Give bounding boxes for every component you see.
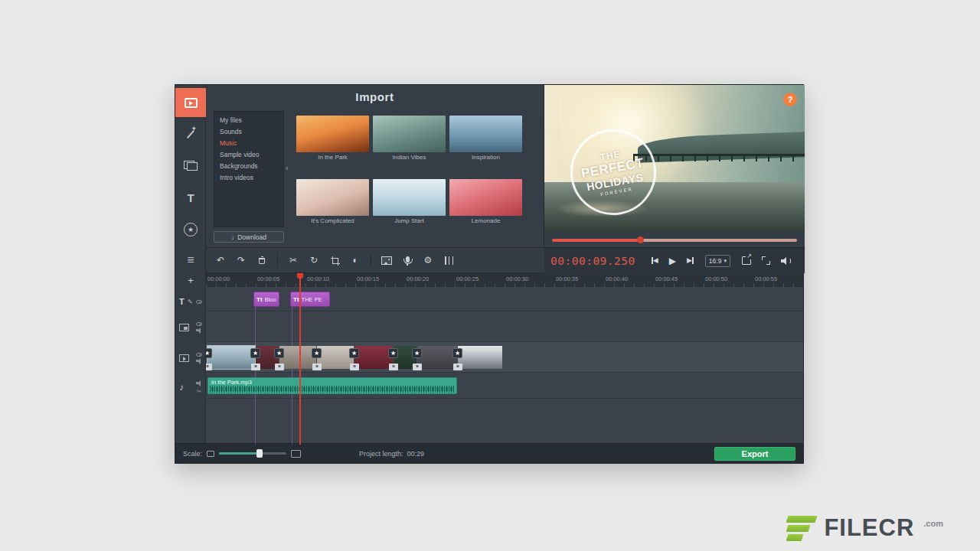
import-tab-button[interactable] [175, 88, 206, 117]
transition-arrows-icon[interactable]: » [350, 364, 359, 370]
track-list-button[interactable]: ≡ [175, 249, 206, 272]
next-frame-button[interactable]: ▶ [687, 257, 694, 264]
redo-button[interactable]: ↷ [236, 255, 247, 266]
transition-star-icon[interactable]: ★ [312, 348, 322, 358]
import-category-item[interactable]: Sounds [214, 126, 283, 137]
help-button[interactable]: ? [783, 93, 797, 106]
watermark-suffix: .com [923, 519, 943, 528]
import-category-item[interactable]: Music [214, 137, 283, 148]
media-item[interactable]: In the Park [296, 116, 369, 161]
clip-properties-button[interactable] [443, 256, 454, 265]
video-track-header[interactable] [175, 347, 206, 370]
split-button[interactable]: ✂ [288, 255, 299, 266]
edit-pencil-icon[interactable]: ✎ [188, 298, 193, 305]
import-category-item[interactable]: Intro videos [214, 171, 283, 183]
delete-button[interactable] [256, 256, 267, 264]
title-clip[interactable]: Tt THE PE [290, 292, 330, 307]
stickers-tab-button[interactable]: ★ [175, 215, 206, 244]
crop-button[interactable] [329, 256, 340, 265]
import-category-item[interactable]: Sample video [214, 148, 283, 160]
video-track[interactable]: ★ » ★ » ★ » ★ » ★ » ★ [206, 342, 803, 373]
video-clip[interactable]: ★ » [458, 346, 502, 369]
transition-arrows-icon[interactable]: » [275, 364, 284, 370]
import-category-item[interactable]: Backgrounds [214, 160, 283, 171]
media-thumbnail[interactable] [449, 179, 522, 216]
title-clip-icon: Tt [293, 296, 299, 303]
transition-arrows-icon[interactable]: » [413, 364, 422, 370]
fullscreen-button[interactable] [762, 256, 770, 265]
download-button[interactable]: ↓ Download [214, 231, 284, 243]
titles-tab-button[interactable]: T [175, 183, 206, 212]
transition-star-icon[interactable]: ★ [412, 348, 422, 358]
video-clip[interactable]: ★ » [279, 346, 316, 369]
media-thumbnail[interactable] [296, 179, 369, 216]
trash-icon [259, 258, 265, 264]
import-category-item[interactable]: My files [214, 114, 283, 126]
transition-arrows-icon[interactable]: » [206, 364, 212, 370]
transition-star-icon[interactable]: ★ [250, 348, 260, 358]
playhead[interactable] [299, 273, 301, 445]
transition-star-icon[interactable]: ★ [452, 348, 462, 358]
zoom-out-frame-icon[interactable] [207, 451, 214, 457]
transition-arrows-icon[interactable]: » [453, 364, 462, 370]
track-visibility-icon[interactable] [196, 322, 202, 326]
media-thumbnail[interactable] [296, 116, 369, 152]
export-button[interactable]: Export [714, 447, 795, 461]
media-item[interactable]: Indian Vibes [373, 116, 446, 161]
track-visibility-icon[interactable] [196, 353, 202, 357]
unlink-scissors-icon[interactable]: ✂ [197, 388, 202, 395]
video-clip[interactable]: ★ » [317, 346, 354, 369]
transitions-tab-button[interactable] [175, 151, 206, 180]
track-visibility-icon[interactable] [196, 300, 202, 304]
filters-tab-button[interactable]: ✦ [175, 119, 206, 148]
rotate-button[interactable]: ↻ [309, 255, 319, 266]
music-note-icon: ♪ [179, 382, 184, 393]
media-item[interactable]: It's Complicated [296, 179, 369, 224]
audio-track-header[interactable]: ♪ ✂ [175, 377, 206, 397]
media-item[interactable]: Lemonade [449, 179, 522, 224]
video-clip[interactable]: ★ » [417, 346, 457, 369]
volume-button[interactable] [781, 257, 791, 265]
timeline-zoom-slider[interactable] [219, 452, 286, 455]
zoom-in-frame-icon[interactable] [291, 450, 301, 458]
settings-button[interactable]: ⚙ [423, 255, 433, 266]
previous-frame-button[interactable]: ◀ [652, 257, 658, 264]
transition-arrows-icon[interactable]: » [312, 364, 322, 370]
track-mute-icon[interactable] [196, 380, 202, 386]
media-thumbnail[interactable] [373, 116, 446, 152]
linked-track[interactable] [206, 311, 803, 342]
undo-button[interactable]: ↶ [215, 255, 226, 266]
transition-star-icon[interactable]: ★ [206, 348, 212, 358]
video-clip[interactable]: ★ » [354, 346, 393, 369]
transition-star-icon[interactable]: ★ [349, 348, 359, 358]
media-thumbnail[interactable] [373, 179, 446, 216]
color-adjust-button[interactable]: ◐ [350, 255, 361, 266]
video-clip[interactable]: ★ » [207, 346, 255, 369]
add-track-button[interactable]: + [175, 275, 206, 289]
audio-track[interactable]: In the Park.mp3 [206, 373, 803, 399]
record-audio-button[interactable] [402, 259, 413, 262]
title-track-header[interactable]: T ✎ [175, 293, 206, 310]
timeline-ruler[interactable]: 00:00:0000:00:0500:00:1000:00:1500:00:20… [206, 273, 803, 287]
transition-star-icon[interactable]: ★ [274, 348, 284, 358]
transition-arrows-icon[interactable]: » [251, 364, 260, 370]
play-button[interactable]: ▶ [669, 256, 676, 266]
insert-image-button[interactable] [381, 256, 392, 265]
linked-track-header[interactable] [175, 316, 206, 339]
transition-arrows-icon[interactable]: » [389, 364, 398, 370]
transition-star-icon[interactable]: ★ [388, 348, 398, 358]
collapse-sidebar-button[interactable]: ‹ [286, 163, 289, 172]
frame-export-button[interactable] [742, 256, 751, 265]
media-item[interactable]: Inspiration [449, 116, 522, 161]
seek-handle[interactable] [637, 236, 644, 243]
media-item[interactable]: Jump Start [373, 179, 446, 224]
seek-bar[interactable] [552, 239, 797, 242]
title-track[interactable]: Tt Bloo Tt THE PE [206, 287, 803, 311]
media-thumbnail[interactable] [449, 116, 522, 152]
aspect-ratio-selector[interactable]: 16:9 ▾ [705, 255, 730, 267]
track-mute-icon[interactable] [196, 328, 202, 334]
title-clip[interactable]: Tt Bloo [253, 292, 279, 307]
audio-clip[interactable]: In the Park.mp3 [207, 377, 457, 394]
zoom-slider-thumb[interactable] [256, 449, 263, 458]
track-mute-icon[interactable] [196, 358, 202, 364]
